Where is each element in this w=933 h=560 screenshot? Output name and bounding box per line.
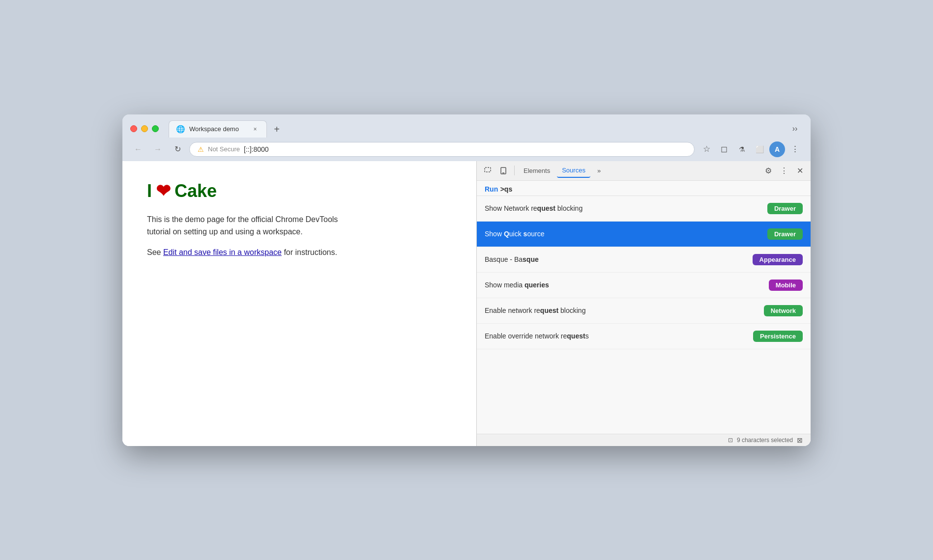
results-list: Show Network request blocking Drawer Sho… (477, 196, 811, 434)
svg-rect-0 (485, 168, 491, 172)
run-label: Run (485, 185, 498, 193)
content-area: I ❤ Cake This is the demo page for the o… (122, 161, 811, 446)
tab-sources[interactable]: Sources (557, 164, 590, 178)
webpage-content: I ❤ Cake This is the demo page for the o… (122, 161, 476, 446)
result-text-override: Enable override network requests (485, 332, 589, 340)
tabs-area: 🌐 Workspace demo × + (169, 120, 781, 138)
profile-button[interactable]: A (769, 141, 785, 157)
not-secure-label: Not Secure (208, 145, 240, 153)
status-icon: ⊡ (728, 437, 733, 444)
result-item-network-blocking[interactable]: Show Network request blocking Drawer (477, 196, 811, 222)
result-item-enable-network[interactable]: Enable network request blocking Network (477, 298, 811, 324)
badge-drawer-2[interactable]: Drawer (767, 228, 803, 240)
devtools-more-button[interactable]: ⋮ (777, 164, 791, 177)
devtools-toolbar: Elements Sources » ⚙ ⋮ ✕ (477, 161, 811, 181)
para2-after: for instructions. (282, 248, 337, 256)
command-query[interactable]: >qs (500, 185, 513, 193)
result-item-override-network[interactable]: Enable override network requests Persist… (477, 324, 811, 349)
result-text-selected: Show Quick source (485, 230, 544, 238)
devtools-panel: Elements Sources » ⚙ ⋮ ✕ Run >qs Show Ne… (476, 161, 811, 446)
nav-actions: ☆ ◻ ⚗ ⬜ A ⋮ (699, 141, 803, 157)
result-text-basque: Basque - Basque (485, 255, 539, 263)
extensions-button[interactable]: ◻ (716, 141, 732, 157)
forward-button[interactable]: → (150, 141, 166, 157)
tab-menu-button[interactable]: ›› (787, 121, 803, 137)
heading-i: I (147, 181, 152, 201)
toolbar-divider (514, 166, 515, 175)
result-item-quick-source[interactable]: Show Quick source Drawer (477, 222, 811, 247)
title-bar: 🌐 Workspace demo × + ›› (122, 114, 811, 138)
result-text: Show Network request blocking (485, 204, 583, 212)
nav-bar: ← → ↻ ⚠ Not Secure [::]:8000 ☆ ◻ ⚗ ⬜ A ⋮ (122, 138, 811, 161)
heart-emoji: ❤ (156, 181, 171, 201)
badge-mobile[interactable]: Mobile (769, 280, 803, 291)
browser-tab-active[interactable]: 🌐 Workspace demo × (169, 120, 267, 138)
badge-network[interactable]: Network (764, 305, 803, 316)
page-para1: This is the demo page for the official C… (147, 213, 363, 238)
tab-close-button[interactable]: × (251, 125, 260, 134)
heading-cake: Cake (175, 181, 217, 201)
browser-window: 🌐 Workspace demo × + ›› ← → ↻ ⚠ Not Secu… (122, 114, 811, 446)
badge-drawer-1[interactable]: Drawer (767, 203, 803, 214)
devtools-experiments-button[interactable]: ⚗ (734, 141, 750, 157)
tab-title: Workspace demo (189, 125, 247, 133)
devtools-close-button[interactable]: ✕ (793, 164, 807, 177)
traffic-lights (130, 125, 159, 132)
page-body: This is the demo page for the official C… (147, 213, 363, 259)
workspace-link[interactable]: Edit and save files in a workspace (163, 248, 282, 256)
select-element-button[interactable] (481, 164, 495, 177)
status-close-icon[interactable]: ⊠ (797, 436, 803, 444)
result-item-media-queries[interactable]: Show media queries Mobile (477, 273, 811, 298)
bookmark-button[interactable]: ☆ (699, 141, 714, 157)
devtools-settings-button[interactable]: ⚙ (761, 164, 775, 177)
new-tab-button[interactable]: + (269, 122, 285, 138)
result-text-media: Show media queries (485, 281, 549, 289)
result-text-enable-network: Enable network request blocking (485, 307, 585, 314)
devtools-status: ⊡ 9 characters selected ⊠ (477, 434, 811, 446)
badge-appearance[interactable]: Appearance (753, 254, 803, 265)
split-view-button[interactable]: ⬜ (752, 141, 767, 157)
security-warning-icon: ⚠ (198, 145, 204, 153)
tab-favicon: 🌐 (176, 125, 185, 134)
tab-elements[interactable]: Elements (519, 164, 555, 177)
address-url: [::]:8000 (244, 145, 686, 153)
tab-more[interactable]: » (592, 164, 606, 177)
maximize-window-button[interactable] (152, 125, 159, 132)
page-para2: See Edit and save files in a workspace f… (147, 246, 363, 259)
reload-button[interactable]: ↻ (170, 141, 185, 157)
badge-persistence[interactable]: Persistence (753, 331, 803, 342)
para2-before: See (147, 248, 163, 256)
minimize-window-button[interactable] (141, 125, 148, 132)
device-toolbar-button[interactable] (496, 164, 510, 177)
command-area: Run >qs (477, 181, 811, 196)
back-button[interactable]: ← (130, 141, 146, 157)
close-window-button[interactable] (130, 125, 137, 132)
chrome-menu-button[interactable]: ⋮ (787, 141, 803, 157)
result-item-basque[interactable]: Basque - Basque Appearance (477, 247, 811, 273)
status-text: 9 characters selected (737, 437, 793, 444)
page-heading: I ❤ Cake (147, 181, 452, 201)
address-bar[interactable]: ⚠ Not Secure [::]:8000 (189, 142, 695, 157)
